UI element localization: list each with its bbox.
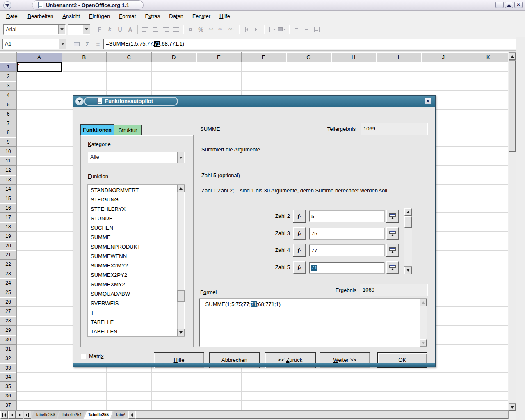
column-header-c[interactable]: C [107,52,152,62]
shrink-button[interactable] [386,227,399,240]
align-right-icon[interactable] [160,24,171,35]
background-color-icon[interactable] [276,24,287,35]
row-header-8[interactable]: 8 [0,128,17,137]
scroll-down-button[interactable] [509,404,516,411]
align-top-icon[interactable] [291,24,301,35]
font-name-combobox[interactable]: Arial [3,24,66,35]
italic-icon[interactable]: k [105,24,115,35]
row-header-21[interactable]: 21 [0,250,17,260]
next-sheet-button[interactable] [16,411,23,419]
standard-format-icon[interactable]: 0.0 [206,24,216,35]
column-header-a[interactable]: A [17,52,62,62]
shrink-button[interactable] [386,244,399,256]
row-header-4[interactable]: 4 [0,91,17,100]
category-dropdown-button[interactable] [177,152,184,163]
close-button[interactable]: ✕ [514,2,523,8]
row-header-10[interactable]: 10 [0,147,17,156]
font-name-dropdown-button[interactable] [58,25,65,34]
row-header-1[interactable]: 1 [0,62,17,72]
row-header-27[interactable]: 27 [0,307,17,316]
column-header-h[interactable]: H [331,52,377,62]
row-header-11[interactable]: 11 [0,156,17,166]
row-header-3[interactable]: 3 [0,81,17,91]
arguments-scroll-thumb[interactable] [404,216,412,228]
name-box-dropdown-button[interactable] [59,39,66,49]
row-header-35[interactable]: 35 [0,382,17,391]
tab-struktur[interactable]: Struktur [114,125,142,135]
row-header-14[interactable]: 14 [0,185,17,194]
column-header-g[interactable]: G [286,52,331,62]
row-header-18[interactable]: 18 [0,222,17,232]
arg-input-zahl-4[interactable]: 77 [309,245,384,256]
column-header-e[interactable]: E [196,52,242,62]
row-header-28[interactable]: 28 [0,316,17,326]
font-size-dropdown-button[interactable] [83,25,90,34]
row-header-22[interactable]: 22 [0,260,17,269]
choose-function-button[interactable]: fx [293,210,306,222]
choose-function-button[interactable]: fx [293,227,306,240]
minimize-button[interactable]: _ [495,2,504,8]
category-combobox[interactable]: Alle [88,152,185,163]
scroll-down-button[interactable] [420,339,427,346]
menu-item-hilfe[interactable]: Hilfe [215,11,235,22]
shrink-button[interactable] [386,210,399,222]
column-header-d[interactable]: D [152,52,197,62]
row-header-34[interactable]: 34 [0,372,17,382]
row-header-9[interactable]: 9 [0,137,17,147]
column-header-k[interactable]: K [466,52,508,62]
row-header-20[interactable]: 20 [0,241,17,251]
scroll-up-button[interactable] [509,53,516,60]
percent-format-icon[interactable]: % [196,24,206,35]
row-header-19[interactable]: 19 [0,232,17,241]
row-header-37[interactable]: 37 [0,401,17,410]
name-box[interactable]: A1 [2,39,66,49]
menu-item-einfügen[interactable]: Einfügen [84,11,114,22]
row-header-29[interactable]: 29 [0,326,17,335]
decrease-indent-icon[interactable] [241,24,251,35]
menu-item-ansicht[interactable]: Ansicht [58,11,84,22]
function-item-tabelle[interactable]: TABELLE [89,317,177,327]
choose-function-button[interactable]: fx [293,244,306,256]
increase-indent-icon[interactable] [251,24,262,35]
sheet-tab-tabelle[interactable]: Tabelle [111,411,126,419]
column-header-j[interactable]: J [421,52,466,62]
maximize-button[interactable] [505,2,513,8]
font-size-combobox[interactable] [68,24,90,35]
function-item-tabellen[interactable]: TABELLEN [89,327,177,336]
shrink-button[interactable] [386,261,399,274]
row-header-24[interactable]: 24 [0,278,17,288]
function-autopilot-icon[interactable] [72,40,81,48]
last-sheet-button[interactable] [24,411,31,419]
align-center-vertical-icon[interactable] [301,24,312,35]
scroll-left-button[interactable] [128,411,135,419]
row-header-17[interactable]: 17 [0,213,17,222]
function-list-scrollbar[interactable] [177,185,184,336]
column-header-b[interactable]: B [62,52,107,62]
row-header-32[interactable]: 32 [0,354,17,363]
sheet-tab-tabelle254[interactable]: Tabelle254 [57,411,85,419]
align-center-icon[interactable] [150,24,160,35]
menu-item-fenster[interactable]: Fenster [188,11,215,22]
tab-funktionen[interactable]: Funktionen [80,124,114,135]
row-header-25[interactable]: 25 [0,288,17,297]
add-decimal-icon[interactable]: .00→ [216,24,226,35]
row-header-6[interactable]: 6 [0,110,17,119]
align-left-icon[interactable] [140,24,150,35]
formula-scrollbar[interactable] [420,299,427,346]
dialog-titlebar[interactable]: Funktionsautopilot ✕ [73,96,435,107]
arg-input-zahl-5[interactable]: 71 [309,262,384,273]
row-header-23[interactable]: 23 [0,269,17,278]
function-item-sumquadabw[interactable]: SUMQUADABW [89,289,177,299]
row-header-7[interactable]: 7 [0,119,17,128]
row-header-26[interactable]: 26 [0,297,17,307]
row-header-5[interactable]: 5 [0,100,17,110]
row-header-31[interactable]: 31 [0,345,17,354]
horizontal-scrollbar[interactable] [128,411,508,419]
underline-icon[interactable]: U [115,24,125,35]
formula-input[interactable]: =SUMME(1;5;75;77;71;68;771;1) [103,39,516,49]
function-item-sverweis[interactable]: SVERWEIS [89,299,177,308]
bold-icon[interactable]: F [94,24,105,35]
list-scroll-thumb[interactable] [178,291,184,301]
function-item-t[interactable]: T [89,308,177,317]
column-header-i[interactable]: I [376,52,421,62]
